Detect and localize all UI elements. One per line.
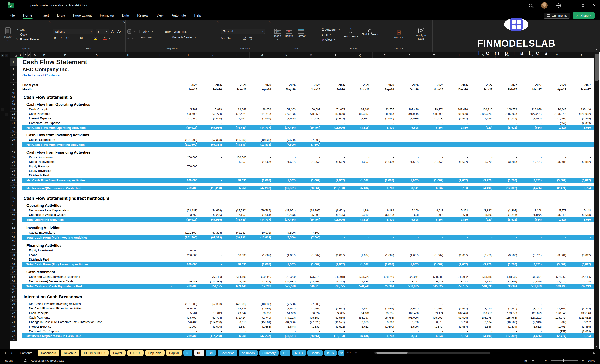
cell[interactable]: 2027 — [520, 83, 545, 87]
cell[interactable]: (88,993) — [422, 315, 447, 320]
cell[interactable]: - — [397, 248, 422, 253]
cell[interactable]: 700,000 — [176, 164, 201, 169]
cut-button[interactable]: ✂Cut — [16, 28, 39, 31]
cell[interactable]: (115,288) — [201, 333, 225, 338]
cell[interactable]: - — [348, 230, 373, 235]
tab-scroll-left-icon[interactable]: ‹ — [3, 350, 8, 355]
cell[interactable]: 51,303 — [274, 311, 299, 315]
column-header-L[interactable]: L — [225, 53, 250, 58]
cell[interactable]: (1,600) — [373, 116, 397, 121]
cell[interactable]: - — [250, 121, 274, 125]
cell[interactable]: - — [324, 169, 348, 173]
clipboard-dialog-launcher-icon[interactable]: ↘ — [49, 21, 51, 23]
cell[interactable]: (1,667) — [225, 116, 250, 121]
cell[interactable]: (10,768) — [496, 320, 520, 324]
cell[interactable]: 900,000 — [176, 178, 201, 183]
cell[interactable]: (29,786) — [250, 208, 274, 213]
menu-file[interactable]: File — [5, 12, 19, 19]
row-header-62[interactable]: 62 — [9, 270, 17, 274]
row-label[interactable]: Cash Receipts — [22, 107, 176, 111]
alignment-dialog-launcher-icon[interactable]: ↘ — [217, 21, 218, 23]
analyze-data-button[interactable]: Analyze Data — [412, 28, 431, 41]
cell[interactable]: - — [471, 257, 496, 262]
cell[interactable]: May-26 — [274, 87, 299, 91]
cell[interactable]: - — [520, 169, 545, 173]
cell[interactable]: (1,667) — [274, 306, 299, 311]
cell[interactable]: - — [373, 230, 397, 235]
cell[interactable]: (48,333) — [225, 142, 250, 147]
cell[interactable]: - — [176, 173, 201, 178]
cell[interactable]: - — [422, 142, 447, 147]
cell[interactable]: 6,937 — [422, 333, 447, 338]
cell[interactable]: (1,667) — [299, 306, 324, 311]
cell[interactable]: 8,604 — [422, 217, 447, 222]
row-header-58[interactable]: 58 — [9, 253, 17, 257]
sheet-tab-summary[interactable]: Summary — [259, 350, 279, 356]
cell[interactable]: 900,000 — [176, 262, 201, 267]
new-sheet-button[interactable]: + — [353, 351, 358, 355]
cell[interactable]: - — [250, 257, 274, 262]
row-header-71[interactable]: 71 — [9, 306, 17, 311]
cell[interactable]: - — [348, 302, 373, 306]
cell[interactable]: Oct-26 — [397, 87, 422, 91]
cell[interactable]: 1,327 — [545, 125, 570, 130]
cell[interactable]: (1,667) — [397, 159, 422, 164]
cell[interactable]: (1,656) — [250, 116, 274, 121]
cell[interactable]: (3,812) — [570, 178, 594, 183]
wrap-text-button[interactable]: ab⏎ Wrap Text — [165, 30, 196, 34]
cell[interactable]: (3,801) — [545, 178, 570, 183]
cell[interactable]: (7,167) — [225, 213, 250, 217]
row-header-76[interactable]: 76 — [9, 329, 17, 333]
cell[interactable]: - — [447, 173, 471, 178]
cell[interactable]: - — [324, 164, 348, 169]
cell[interactable]: - — [299, 164, 324, 169]
cell[interactable]: 98,333 — [225, 253, 250, 257]
cell[interactable]: (36,631) — [274, 185, 299, 191]
share-button[interactable]: ↗ Share ▾ — [573, 12, 595, 18]
column-header-E[interactable]: E — [39, 53, 49, 58]
row-header-56[interactable]: 56 — [9, 243, 17, 248]
cell[interactable]: (3,807) — [496, 208, 520, 213]
outline-collapse-button[interactable] — [1, 108, 4, 111]
cell[interactable]: 6,536 — [570, 217, 594, 222]
title-mode-chevron-icon[interactable]: ▾ — [86, 4, 87, 7]
cell[interactable]: (1,667) — [274, 262, 299, 267]
cell[interactable]: 3,370 — [373, 217, 397, 222]
cell[interactable]: (3,770) — [471, 253, 496, 257]
row-header-2[interactable]: 2 — [9, 66, 17, 73]
cell[interactable]: - — [274, 248, 299, 253]
row-header-13[interactable]: 13 — [9, 92, 17, 94]
cell[interactable]: (7,500) — [274, 230, 299, 235]
cell[interactable]: (1,491) — [545, 324, 570, 329]
cell[interactable]: (634) — [520, 125, 545, 130]
cell[interactable]: 8,141 — [397, 185, 422, 191]
cell[interactable]: (11,526) — [324, 125, 348, 130]
cell[interactable]: (2,934) — [471, 320, 496, 324]
cell[interactable]: 84,181 — [348, 107, 373, 111]
cell[interactable]: (28,661) — [299, 279, 324, 284]
zoom-slider[interactable] — [551, 361, 578, 361]
row-label[interactable]: Month — [22, 87, 176, 91]
cell[interactable]: - — [496, 235, 520, 240]
cell[interactable]: 5,251 — [225, 185, 250, 191]
cell[interactable]: (6,401) — [324, 208, 348, 213]
menu-home[interactable]: Home — [19, 12, 36, 19]
row-label[interactable]: Fiscal year — [22, 83, 176, 87]
row-label[interactable]: Interest Expense — [22, 116, 176, 121]
row-label[interactable]: Cash Flow Statement, $ — [22, 94, 176, 100]
row-label[interactable]: Corporate Tax Expense — [22, 329, 176, 333]
cell[interactable]: (1,667) — [324, 253, 348, 257]
sheet-tab-kpis[interactable]: KPIs — [324, 350, 337, 356]
row-label[interactable] — [22, 338, 176, 341]
cell[interactable]: 531,969 — [545, 274, 570, 279]
cell[interactable]: 15,819 — [201, 107, 225, 111]
cell[interactable]: - — [373, 302, 397, 306]
cell[interactable]: - — [397, 164, 422, 169]
sheet-tab-bs[interactable]: BS — [206, 350, 216, 356]
cell[interactable]: - — [447, 142, 471, 147]
cell[interactable]: - — [348, 235, 373, 240]
cell[interactable]: (1,622) — [324, 116, 348, 121]
scroll-down-arrow-icon[interactable]: ▾ — [594, 345, 599, 348]
row-header-31[interactable]: 31 — [9, 142, 17, 147]
column-header-D[interactable]: D — [31, 53, 39, 58]
